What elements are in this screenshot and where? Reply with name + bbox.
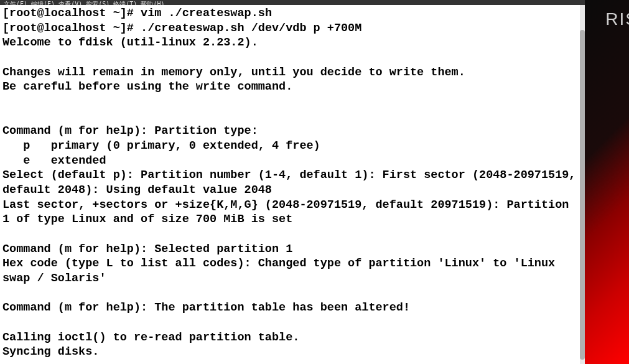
output-line: Hex code (type L to list all codes): Cha… — [2, 257, 562, 285]
command-text: vim ./createswap.sh — [141, 7, 272, 20]
output-line: p primary (0 primary, 0 extended, 4 free… — [2, 139, 320, 152]
shell-prompt: [root@localhost ~]# — [2, 22, 141, 35]
output-line: Be careful before using the write comman… — [2, 80, 292, 93]
scrollbar-vertical[interactable] — [580, 5, 585, 364]
output-line: e extended — [2, 154, 106, 167]
output-line: Last sector, +sectors or +size{K,M,G} (2… — [2, 198, 575, 226]
output-line: Command (m for help): The partition tabl… — [2, 301, 410, 314]
terminal-window: 文件(F) 编辑(E) 查看(V) 搜索(S) 终端(T) 帮助(H) [roo… — [0, 0, 585, 364]
output-line: Changes will remain in memory only, unti… — [2, 66, 465, 79]
output-line: Syncing disks. — [2, 345, 99, 358]
shell-prompt: [root@localhost ~]# — [2, 7, 141, 20]
output-line: Welcome to fdisk (util-linux 2.23.2). — [2, 36, 258, 49]
output-line: Command (m for help): Selected partition… — [2, 243, 292, 256]
output-line: Command (m for help): Partition type: — [2, 124, 258, 138]
output-line: Calling ioctl() to re-read partition tab… — [2, 331, 299, 344]
scrollbar-thumb[interactable] — [580, 30, 585, 360]
output-line: Select (default p): Partition number (1-… — [2, 169, 583, 197]
backdrop-text-fragment: RIS — [605, 9, 629, 29]
window-menubar[interactable]: 文件(F) 编辑(E) 查看(V) 搜索(S) 终端(T) 帮助(H) — [0, 0, 585, 5]
desktop-backdrop: RIS — [579, 0, 629, 364]
command-text: ./createswap.sh /dev/vdb p +700M — [141, 22, 361, 35]
terminal-output[interactable]: [root@localhost ~]# vim ./createswap.sh … — [0, 5, 585, 364]
